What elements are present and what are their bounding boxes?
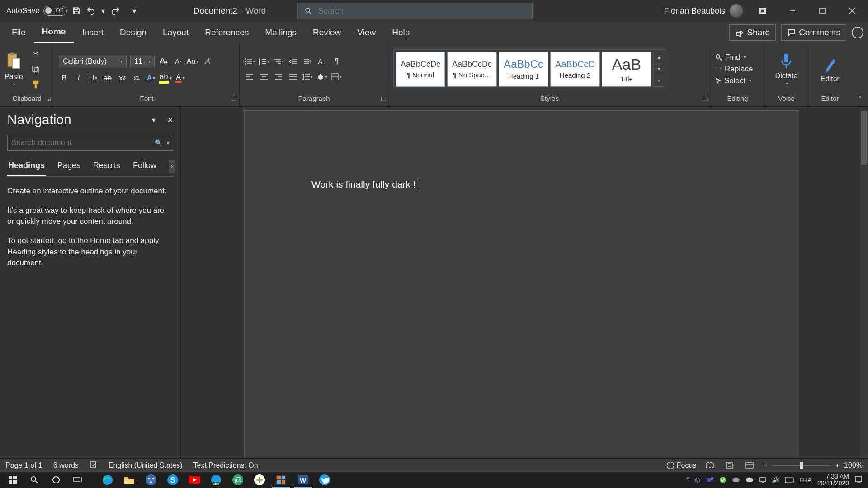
search-box[interactable] <box>297 3 533 19</box>
toggle-switch[interactable]: Off <box>43 6 67 16</box>
tab-view[interactable]: View <box>349 22 384 43</box>
zoom-in-icon[interactable]: + <box>835 461 840 469</box>
app-mail[interactable]: @ <box>227 472 249 488</box>
tab-insert[interactable]: Insert <box>74 22 112 43</box>
tab-file[interactable]: File <box>4 22 34 43</box>
font-size-combo[interactable]: 11▾ <box>130 55 155 68</box>
status-page[interactable]: Page 1 of 1 <box>5 461 42 469</box>
zoom-out-icon[interactable]: − <box>763 461 767 469</box>
document-text[interactable]: Work is finally fully dark ! <box>311 178 419 190</box>
tab-review[interactable]: Review <box>305 22 349 43</box>
maximize-icon[interactable] <box>812 2 833 19</box>
app-slack[interactable] <box>249 472 270 488</box>
italic-icon[interactable]: I <box>73 73 84 84</box>
style-no-spacing[interactable]: AaBbCcDc ¶ No Spac… <box>447 52 497 87</box>
nav-search-input[interactable] <box>11 138 151 147</box>
bold-icon[interactable]: B <box>59 73 70 84</box>
font-name-combo[interactable]: Calibri (Body)▾ <box>59 55 127 68</box>
nav-tab-pages[interactable]: Pages <box>57 158 81 176</box>
multilevel-list-icon[interactable]: ▾ <box>273 56 284 67</box>
gallery-down-icon[interactable]: ▾ <box>654 63 664 75</box>
style-heading1[interactable]: AaBbCc Heading 1 <box>499 52 548 87</box>
dictate-button[interactable]: Dictate▾ <box>775 52 798 86</box>
app-edge[interactable] <box>97 472 118 488</box>
taskbar-search-icon[interactable] <box>24 472 45 488</box>
subscript-icon[interactable]: x2 <box>117 73 127 84</box>
app-youtube[interactable] <box>184 472 205 488</box>
shrink-font-icon[interactable]: A▾ <box>173 56 184 67</box>
launcher-icon[interactable]: ◲ <box>703 95 708 102</box>
nav-search-dropdown-icon[interactable]: ▾ <box>167 141 169 145</box>
cut-icon[interactable]: ✂ <box>30 48 41 59</box>
sort-icon[interactable]: A↓ <box>316 56 327 67</box>
tray-onedrive-icon[interactable] <box>732 477 740 483</box>
gallery-up-icon[interactable]: ▴ <box>654 52 664 63</box>
pilcrow-icon[interactable]: ¶ <box>331 56 342 67</box>
app-word[interactable]: W <box>292 472 314 488</box>
launcher-icon[interactable]: ◲ <box>231 95 236 102</box>
zoom-slider[interactable] <box>772 465 831 466</box>
collapse-ribbon-icon[interactable]: ˄ <box>852 43 868 106</box>
tray-network-icon[interactable] <box>759 476 766 483</box>
spellcheck-icon[interactable] <box>90 460 98 470</box>
launcher-icon[interactable]: ◲ <box>381 95 386 102</box>
close-icon[interactable] <box>842 2 863 19</box>
document-area[interactable]: Work is finally fully dark ! <box>181 107 868 459</box>
numbering-icon[interactable]: 123▾ <box>259 56 269 67</box>
tab-design[interactable]: Design <box>112 22 155 43</box>
superscript-icon[interactable]: x2 <box>131 73 142 84</box>
tray-keyboard-icon[interactable] <box>785 477 794 483</box>
autosave-toggle[interactable]: AutoSave Off <box>6 6 67 16</box>
app-snip[interactable] <box>270 472 292 488</box>
style-title[interactable]: AaB Title <box>602 52 651 87</box>
zoom-thumb[interactable] <box>800 462 803 469</box>
task-view-icon[interactable] <box>67 472 89 488</box>
align-right-icon[interactable] <box>273 71 284 82</box>
editor-button[interactable]: Editor <box>821 55 840 83</box>
page[interactable]: Work is finally fully dark ! <box>244 110 799 459</box>
app-edge-dev[interactable]: DEV <box>205 472 227 488</box>
redo-icon[interactable] <box>110 6 120 16</box>
change-case-icon[interactable]: Aa▾ <box>187 56 198 67</box>
gallery-more-icon[interactable]: ▿ <box>654 75 664 87</box>
minimize-icon[interactable] <box>782 2 803 19</box>
style-heading2[interactable]: AaBbCcD Heading 2 <box>550 52 600 87</box>
status-words[interactable]: 6 words <box>53 461 79 469</box>
search-icon[interactable]: 🔍 <box>155 139 162 146</box>
print-layout-icon[interactable] <box>723 460 736 470</box>
style-normal[interactable]: AaBbCcDc ¶ Normal <box>396 52 445 87</box>
account-button[interactable]: Florian Beaubois <box>664 4 743 18</box>
highlight-icon[interactable]: ab▾ <box>160 73 171 84</box>
grow-font-icon[interactable]: A▴ <box>158 56 169 67</box>
nav-dropdown-icon[interactable]: ▾ <box>152 116 156 124</box>
nav-search[interactable]: 🔍 ▾ <box>7 135 173 151</box>
text-effects-icon[interactable]: A▾ <box>146 73 156 84</box>
undo-dropdown-icon[interactable]: ▾ <box>100 6 106 16</box>
tab-mailings[interactable]: Mailings <box>257 22 305 43</box>
zoom-value[interactable]: 100% <box>844 461 863 469</box>
tray-lang[interactable]: FRA <box>799 476 812 483</box>
ribbon-display-icon[interactable] <box>752 2 773 19</box>
align-center-icon[interactable] <box>259 71 269 82</box>
app-skype[interactable]: S <box>162 472 184 488</box>
search-input[interactable] <box>318 6 526 16</box>
tab-layout[interactable]: Layout <box>155 22 197 43</box>
app-generic-blue[interactable] <box>140 472 162 488</box>
start-button[interactable] <box>2 472 24 488</box>
tray-clock[interactable]: 7:33 AM 20/11/2020 <box>817 473 849 486</box>
align-left-icon[interactable] <box>244 71 255 82</box>
line-spacing-icon[interactable]: ▾ <box>302 71 313 82</box>
tray-weather-icon[interactable] <box>745 477 754 483</box>
comments-button[interactable]: Comments <box>781 24 846 41</box>
nav-tab-follow[interactable]: Follow <box>132 158 157 176</box>
tray-teams-icon[interactable] <box>706 476 714 484</box>
underline-icon[interactable]: U▾ <box>88 73 99 84</box>
tab-home[interactable]: Home <box>34 22 74 43</box>
nav-tab-results[interactable]: Results <box>92 158 121 176</box>
tab-help[interactable]: Help <box>384 22 418 43</box>
qat-customize-icon[interactable]: ▾ <box>129 6 139 16</box>
web-layout-icon[interactable] <box>743 460 756 470</box>
cortana-icon[interactable] <box>45 472 67 488</box>
select-button[interactable]: Select▾ <box>715 76 760 85</box>
justify-icon[interactable] <box>288 71 298 82</box>
